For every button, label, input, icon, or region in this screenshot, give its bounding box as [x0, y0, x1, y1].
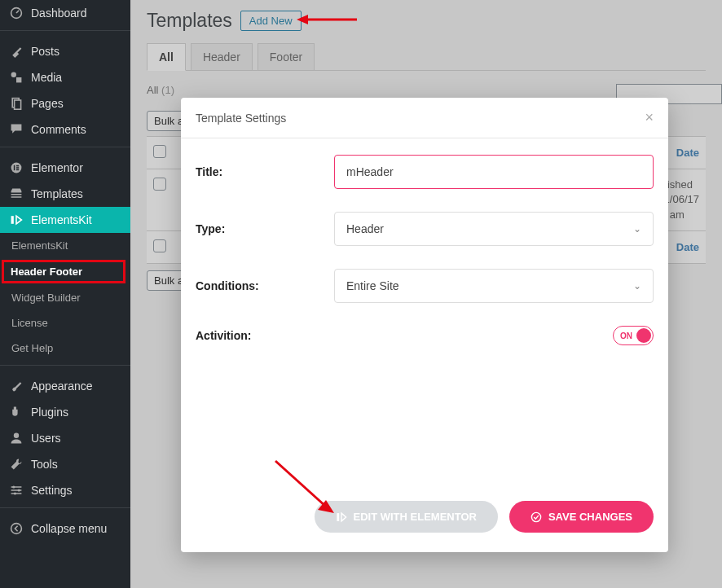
svg-rect-10	[11, 216, 14, 224]
elementor-icon	[8, 161, 24, 174]
sidebar-sub-license[interactable]: License	[0, 310, 130, 336]
svg-rect-4	[15, 100, 21, 109]
conditions-select[interactable]: Entire Site ⌄	[334, 269, 654, 303]
title-input[interactable]	[334, 155, 654, 189]
sidebar-sub-header-footer[interactable]: Header Footer	[2, 260, 125, 283]
sidebar-item-appearance[interactable]: Appearance	[0, 373, 130, 399]
svg-point-15	[11, 524, 22, 534]
brush-icon	[8, 380, 24, 393]
sidebar-item-media[interactable]: Media	[0, 64, 130, 90]
sidebar-item-label: Media	[31, 71, 62, 84]
sidebar-item-templates[interactable]: Templates	[0, 181, 130, 207]
sidebar-sub-get-help[interactable]: Get Help	[0, 336, 130, 361]
sidebar-item-elementor[interactable]: Elementor	[0, 155, 130, 181]
sidebar-item-label: Elementor	[31, 161, 83, 174]
svg-point-11	[14, 433, 19, 438]
comment-icon	[8, 123, 24, 136]
svg-point-17	[531, 512, 540, 521]
sidebar-sub-widget-builder[interactable]: Widget Builder	[0, 285, 130, 310]
sidebar-item-label: Templates	[31, 187, 83, 200]
sidebar-item-label: Tools	[31, 458, 58, 471]
sidebar-item-label: Plugins	[31, 406, 68, 419]
pin-icon	[8, 45, 24, 58]
sidebar-item-label: Dashboard	[31, 7, 87, 20]
edit-with-elementor-button[interactable]: EDIT WITH ELEMENTOR	[315, 501, 498, 533]
templates-icon	[8, 187, 24, 200]
conditions-label: Conditions:	[196, 279, 334, 292]
sidebar-item-comments[interactable]: Comments	[0, 116, 130, 143]
elementskit-icon	[8, 213, 24, 226]
chevron-down-icon: ⌄	[633, 280, 641, 292]
media-icon	[8, 71, 24, 84]
title-label: Title:	[196, 165, 334, 178]
plug-icon	[8, 406, 24, 419]
save-changes-button[interactable]: SAVE CHANGES	[509, 501, 654, 533]
sidebar-item-label: Appearance	[31, 380, 93, 393]
sliders-icon	[8, 484, 24, 497]
modal-title: Template Settings	[196, 112, 286, 125]
template-settings-modal: Template Settings × Title: Type: Header …	[181, 98, 668, 552]
svg-rect-8	[16, 167, 19, 169]
check-circle-icon	[530, 511, 542, 523]
wrench-icon	[8, 458, 24, 471]
sidebar-item-label: Posts	[31, 45, 59, 58]
sidebar-item-label: Pages	[31, 97, 64, 110]
dashboard-icon	[8, 7, 24, 20]
svg-point-12	[12, 485, 15, 488]
sidebar-item-dashboard[interactable]: Dashboard	[0, 0, 130, 26]
svg-point-13	[18, 489, 20, 491]
sidebar-item-label: ElementsKit	[31, 213, 92, 226]
pages-icon	[8, 97, 24, 110]
close-icon[interactable]: ×	[645, 109, 654, 126]
sidebar-item-label: Collapse menu	[31, 522, 107, 535]
sidebar-item-label: Settings	[31, 484, 73, 497]
svg-point-14	[14, 492, 16, 494]
activation-toggle[interactable]: ON	[613, 326, 654, 345]
sidebar-item-users[interactable]: Users	[0, 425, 130, 451]
svg-point-1	[11, 72, 16, 77]
svg-rect-7	[16, 165, 19, 167]
sidebar-item-posts[interactable]: Posts	[0, 38, 130, 64]
activation-label: Activition:	[196, 329, 334, 342]
elementor-icon	[336, 511, 347, 523]
type-select[interactable]: Header ⌄	[334, 212, 654, 246]
sidebar-item-collapse[interactable]: Collapse menu	[0, 516, 130, 542]
chevron-down-icon: ⌄	[633, 223, 641, 235]
sidebar-item-elementskit[interactable]: ElementsKit	[0, 207, 130, 233]
sidebar-item-settings[interactable]: Settings	[0, 477, 130, 503]
svg-rect-6	[14, 165, 15, 170]
toggle-knob	[636, 328, 651, 343]
sidebar-sub-elementskit[interactable]: ElementsKit	[0, 233, 130, 258]
sidebar-item-label: Users	[31, 432, 61, 445]
collapse-icon	[8, 522, 24, 535]
svg-rect-9	[16, 169, 19, 171]
user-icon	[8, 432, 24, 445]
sidebar-item-tools[interactable]: Tools	[0, 451, 130, 477]
sidebar-item-pages[interactable]: Pages	[0, 90, 130, 116]
admin-sidebar: Dashboard Posts Media Pages Comments Ele…	[0, 0, 130, 588]
sidebar-item-label: Comments	[31, 123, 86, 136]
sidebar-item-plugins[interactable]: Plugins	[0, 399, 130, 425]
type-label: Type:	[196, 222, 334, 235]
svg-rect-2	[16, 77, 21, 82]
svg-rect-16	[337, 513, 339, 521]
